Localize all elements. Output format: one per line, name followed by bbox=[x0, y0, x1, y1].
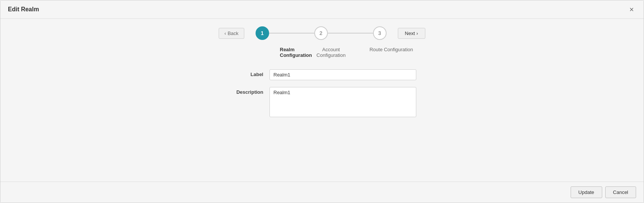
edit-realm-dialog: Edit Realm × ‹ Back 1 bbox=[0, 0, 644, 203]
step-line-2-3 bbox=[328, 33, 373, 34]
label-form-row: Label bbox=[228, 69, 416, 80]
description-textarea[interactable]: Realm1 bbox=[269, 87, 416, 117]
cancel-button[interactable]: Cancel bbox=[605, 186, 636, 198]
step-2-number: 2 bbox=[320, 30, 323, 36]
label-field-label: Label bbox=[228, 69, 269, 77]
steps-container: 1 2 3 bbox=[256, 26, 387, 40]
step-1-item: 1 bbox=[256, 26, 269, 40]
dialog-title: Edit Realm bbox=[8, 6, 39, 13]
wizard-nav: ‹ Back 1 2 bbox=[0, 19, 644, 44]
step-3-number: 3 bbox=[378, 30, 381, 36]
step-labels: Realm Configuration AccountConfiguration… bbox=[0, 44, 644, 66]
step-3-item: 3 bbox=[373, 26, 387, 40]
step-1-label: Realm Configuration bbox=[280, 47, 294, 58]
step-3-label: Route Configuration bbox=[369, 47, 414, 52]
dialog-header: Edit Realm × bbox=[0, 0, 644, 19]
update-button[interactable]: Update bbox=[571, 186, 602, 198]
back-button[interactable]: ‹ Back bbox=[219, 28, 244, 39]
step-1-number: 1 bbox=[261, 30, 264, 36]
step-2-item: 2 bbox=[314, 26, 328, 40]
next-label: Next bbox=[405, 31, 415, 36]
step-2-label: AccountConfiguration bbox=[316, 47, 346, 58]
form-area: Label Description Realm1 bbox=[0, 66, 644, 182]
next-arrow-icon: › bbox=[416, 31, 418, 36]
description-field-label: Description bbox=[228, 87, 269, 95]
step-3-circle[interactable]: 3 bbox=[373, 26, 387, 40]
dialog-footer: Update Cancel bbox=[0, 182, 644, 203]
next-button[interactable]: Next › bbox=[398, 28, 425, 39]
step-2-circle[interactable]: 2 bbox=[314, 26, 328, 40]
description-form-row: Description Realm1 bbox=[228, 87, 416, 117]
close-button[interactable]: × bbox=[627, 5, 636, 14]
dialog-body: ‹ Back 1 2 bbox=[0, 19, 644, 182]
step-line-1-2 bbox=[269, 33, 314, 34]
back-arrow-icon: ‹ bbox=[224, 31, 226, 36]
label-input[interactable] bbox=[269, 69, 416, 80]
step-1-circle[interactable]: 1 bbox=[256, 26, 269, 40]
back-label: Back bbox=[228, 31, 239, 36]
